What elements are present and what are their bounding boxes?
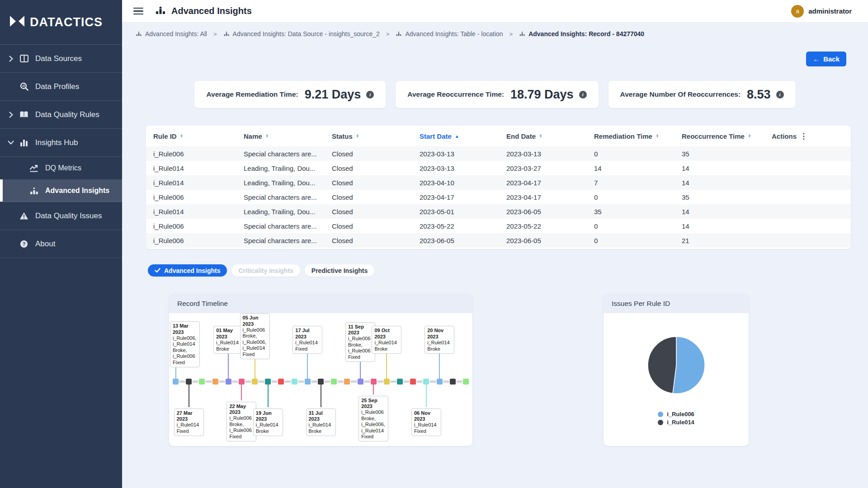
timeline-axis-segment bbox=[416, 380, 423, 383]
timeline-axis-segment bbox=[429, 380, 436, 383]
timeline-event: 17 Jul 2023i_Rule014 Fixed bbox=[292, 326, 322, 354]
table-row[interactable]: i_Rule014Leading, Trailing, Dou...Closed… bbox=[146, 204, 851, 219]
sidebar-item-data-sources[interactable]: Data Sources bbox=[0, 45, 122, 73]
hamburger-icon[interactable] bbox=[133, 6, 143, 17]
timeline-event-text: i_Rule014 Fixed bbox=[295, 340, 318, 351]
timeline-axis-segment bbox=[219, 380, 225, 383]
magnifier-icon bbox=[19, 82, 29, 92]
timeline-event: 22 May 2023i_Rule006 Broke, i_Rule006 Fi… bbox=[226, 402, 256, 441]
table-cell: 2023-04-10 bbox=[420, 179, 506, 187]
timeline-event-date: 27 Mar 2023 bbox=[177, 410, 201, 422]
actions-menu-icon[interactable]: ⋮ bbox=[800, 131, 807, 141]
svg-text:?: ? bbox=[23, 241, 26, 247]
table-row[interactable]: i_Rule014Leading, Trailing, Dou...Closed… bbox=[146, 175, 851, 190]
info-icon[interactable]: i bbox=[776, 91, 784, 99]
issues-pie-chart bbox=[647, 336, 706, 394]
timeline-event-date: 05 Jun 2023 bbox=[243, 315, 267, 327]
table-row[interactable]: i_Rule006Special characters are...Closed… bbox=[146, 190, 851, 204]
sidebar-item-data-quality-issues[interactable]: Data Quality Issues bbox=[0, 202, 122, 230]
column-header-end-date[interactable]: End Date▲▼ bbox=[506, 132, 594, 140]
timeline-event-text: i_Rule006 Broke, i_Rule006, i_Rule014 Fi… bbox=[243, 327, 267, 357]
timeline-axis-segment bbox=[456, 380, 462, 383]
timeline-marker bbox=[410, 379, 416, 385]
timeline-axis-segment bbox=[179, 380, 185, 383]
table-cell: 35 bbox=[682, 150, 772, 158]
sidebar-item-about[interactable]: ?About bbox=[0, 230, 122, 258]
timeline-connector bbox=[228, 354, 229, 380]
warning-icon bbox=[19, 211, 29, 221]
table-cell: 2023-05-22 bbox=[420, 222, 506, 230]
timeline-marker bbox=[318, 379, 324, 385]
chevron-down-icon[interactable] bbox=[6, 141, 15, 145]
user-name: administrator bbox=[808, 7, 852, 15]
timeline-event-date: 25 Sep 2023 bbox=[361, 398, 386, 410]
sidebar-nav: Data SourcesData ProfilesData Quality Ru… bbox=[0, 45, 122, 258]
sidebar-item-advanced-insights[interactable]: Advanced Insights bbox=[0, 179, 122, 202]
pie-chart-wrap bbox=[604, 336, 749, 394]
tab-predictive-insights[interactable]: Predictive Insights bbox=[305, 264, 374, 277]
column-header-start-date[interactable]: Start Date▲ bbox=[420, 132, 506, 140]
column-header-remediation-time[interactable]: Remediation Time▲▼ bbox=[594, 132, 682, 140]
timeline-marker bbox=[226, 379, 231, 385]
sort-icon: ▲▼ bbox=[748, 134, 751, 138]
table-cell: Leading, Trailing, Dou... bbox=[244, 179, 332, 187]
chevron-right-icon[interactable] bbox=[6, 112, 15, 118]
timeline-marker bbox=[358, 379, 363, 385]
column-header-rule-id[interactable]: Rule ID▲▼ bbox=[153, 132, 244, 140]
timeline-axis-segment bbox=[403, 380, 410, 383]
table-row[interactable]: i_Rule006Special characters are...Closed… bbox=[146, 146, 851, 161]
sidebar-item-label: Data Quality Issues bbox=[35, 211, 102, 221]
table-row[interactable]: i_Rule006Special characters are...Closed… bbox=[146, 233, 851, 248]
info-icon[interactable]: i bbox=[579, 91, 587, 99]
breadcrumb-item[interactable]: Advanced Insights: Record - 84277040 bbox=[519, 30, 644, 38]
sidebar-item-data-quality-rules[interactable]: Data Quality Rules bbox=[0, 101, 122, 129]
timeline-event-text: i_Rule006 Broke, i_Rule006, i_Rule014 Fi… bbox=[361, 409, 385, 439]
table-cell: i_Rule014 bbox=[153, 164, 244, 172]
timeline-event-date: 09 Oct 2023 bbox=[374, 328, 399, 340]
stat-card: Average Remediation Time:9.21 Daysi bbox=[194, 81, 386, 108]
back-button[interactable]: ← Back bbox=[806, 52, 846, 66]
sidebar-item-data-profiles[interactable]: Data Profiles bbox=[0, 73, 122, 101]
timeline-axis-segment bbox=[245, 380, 251, 383]
timeline-axis-segment bbox=[324, 380, 330, 383]
sidebar-item-dq-metrics[interactable]: DQ Metrics bbox=[0, 157, 122, 179]
column-header-name[interactable]: Name▲▼ bbox=[244, 132, 332, 140]
timeline-marker bbox=[344, 379, 350, 385]
breadcrumb-item[interactable]: Advanced Insights: All bbox=[136, 30, 207, 38]
timeline-connector bbox=[360, 362, 361, 380]
table-row[interactable]: i_Rule006Special characters are...Closed… bbox=[146, 219, 851, 233]
sort-icon: ▲▼ bbox=[356, 134, 359, 138]
tab-advanced-insights[interactable]: Advanced Insights bbox=[148, 264, 227, 277]
pie-slice-i_Rule006 bbox=[673, 337, 705, 394]
timeline-connector bbox=[426, 383, 427, 407]
user-menu[interactable]: a administrator bbox=[791, 5, 852, 18]
issues-per-rule-title: Issues Per Rule ID bbox=[604, 294, 749, 313]
avatar[interactable]: a bbox=[791, 5, 804, 18]
table-row[interactable]: i_Rule014Leading, Trailing, Dou...Closed… bbox=[146, 161, 851, 175]
sidebar-item-insights-hub[interactable]: Insights Hub bbox=[0, 129, 122, 157]
table-cell: Closed bbox=[332, 193, 420, 201]
timeline-axis-segment bbox=[311, 380, 317, 383]
timeline-marker bbox=[371, 379, 377, 385]
timeline-event-date: 11 Sep 2023 bbox=[348, 324, 373, 336]
info-icon[interactable]: i bbox=[366, 91, 374, 99]
timeline-event: 09 Oct 2023i_Rule014 Broke bbox=[372, 326, 401, 354]
column-header-actions[interactable]: Actions⋮ bbox=[772, 131, 844, 141]
table-cell: Special characters are... bbox=[244, 193, 332, 201]
timeline-marker bbox=[450, 379, 456, 385]
chevron-right-icon[interactable] bbox=[6, 56, 15, 62]
breadcrumb-separator: > bbox=[509, 31, 513, 38]
crumb-chart-icon bbox=[396, 31, 402, 37]
table-cell: 0 bbox=[594, 237, 682, 244]
breadcrumb-item[interactable]: Advanced Insights: Table - location bbox=[396, 30, 503, 38]
timeline-event-text: i_Rule014 Broke bbox=[256, 422, 278, 433]
column-header-reoccurrence-time[interactable]: Reoccurrence Time▲▼ bbox=[682, 132, 772, 140]
table-cell: 21 bbox=[682, 237, 772, 244]
stat-value: 8.53 bbox=[747, 88, 771, 102]
pie-slice-i_Rule014 bbox=[648, 337, 676, 394]
timeline-axis-segment bbox=[271, 380, 278, 383]
breadcrumb-item[interactable]: Advanced Insights: Data Source - insight… bbox=[223, 30, 380, 38]
sidebar-item-label: Data Profiles bbox=[35, 82, 79, 91]
column-header-status[interactable]: Status▲▼ bbox=[332, 132, 420, 140]
tab-criticality-insights[interactable]: Criticality Insights bbox=[231, 264, 300, 277]
